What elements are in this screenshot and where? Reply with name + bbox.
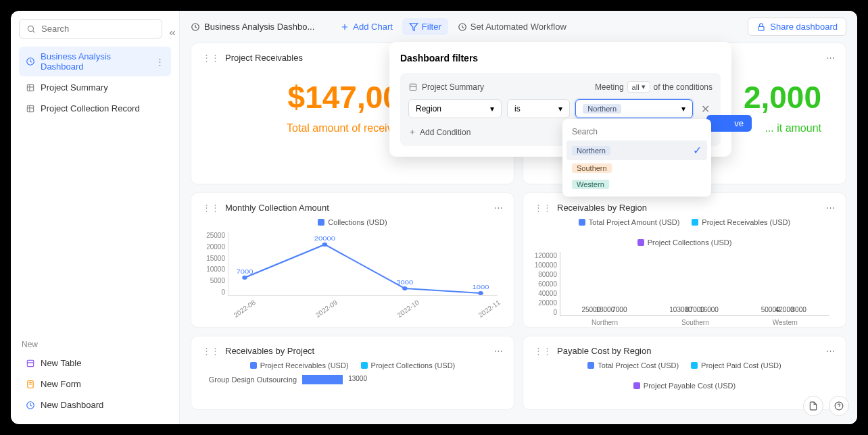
filter-field-select[interactable]: Region ▾	[408, 99, 502, 118]
chevron-down-icon: ▾	[490, 104, 494, 113]
share-label: Share dashboard	[770, 22, 838, 32]
drag-handle-icon[interactable]: ⋮⋮	[202, 203, 220, 213]
sidebar-item-label: Project Summary	[41, 82, 108, 93]
card-title: Project Receivables	[225, 53, 303, 63]
legend-item: Project Collections (USD)	[361, 361, 456, 369]
hbar-row: Group Design Outsourcing 13000	[202, 375, 503, 384]
line-chart-svg: 7000 20000 3000 1000	[228, 232, 498, 296]
legend-item: Collections (USD)	[318, 218, 387, 226]
drag-handle-icon[interactable]: ⋮⋮	[202, 53, 220, 63]
legend-label: Total Project Cost (USD)	[598, 361, 679, 369]
workflow-icon	[458, 22, 467, 32]
filter-value-dropdown: Northern ✓ Southern Western	[562, 119, 711, 197]
legend-label: Project Payable Cost (USD)	[644, 382, 736, 390]
filter-title: Dashboard filters	[400, 53, 721, 63]
svg-text:3000: 3000	[396, 279, 413, 286]
help-fab[interactable]	[829, 396, 849, 416]
filter-value-select[interactable]: Northern ▾	[575, 99, 693, 118]
chevron-double-left-icon	[168, 28, 177, 38]
sidebar-item-project-summary[interactable]: Project Summary	[19, 78, 171, 97]
page-title-text: Business Analysis Dashbo...	[204, 22, 314, 32]
new-section-label: New	[22, 340, 171, 349]
more-icon[interactable]: ⋮	[155, 57, 164, 67]
new-table-button[interactable]: New Table	[19, 353, 171, 373]
plus-icon	[340, 22, 349, 32]
filter-button[interactable]: Filter	[402, 18, 448, 35]
card-receivables-region: ⋮⋮ Receivables by Region ⋯ Total Project…	[523, 193, 846, 328]
y-axis: 2500020000150001000050000	[202, 232, 225, 296]
hbar: 13000	[302, 375, 343, 384]
dropdown-search-input[interactable]	[566, 123, 707, 140]
legend-item: Total Project Amount (USD)	[579, 218, 680, 226]
clock-icon	[26, 57, 35, 66]
collapse-sidebar-button[interactable]	[168, 25, 177, 41]
share-button[interactable]: Share dashboard	[748, 18, 846, 36]
filter-operator-select[interactable]: is ▾	[507, 99, 570, 118]
check-icon: ✓	[693, 144, 702, 157]
search-box[interactable]	[19, 19, 162, 39]
workflow-button[interactable]: Set Automated Workflow	[451, 18, 573, 35]
svg-rect-20	[758, 26, 764, 30]
card-more-button[interactable]: ⋯	[826, 203, 835, 213]
drag-handle-icon[interactable]: ⋮⋮	[202, 346, 220, 356]
filter-icon	[409, 22, 418, 32]
add-chart-button[interactable]: Add Chart	[333, 18, 400, 35]
card-more-button[interactable]: ⋯	[494, 203, 503, 213]
document-fab[interactable]	[803, 396, 823, 416]
card-title: Receivables by Region	[557, 203, 647, 213]
chevron-down-icon: ▾	[558, 104, 562, 113]
card-more-button[interactable]: ⋯	[826, 346, 835, 356]
save-button[interactable]: Saveve	[706, 115, 752, 132]
svg-rect-6	[27, 105, 33, 111]
dropdown-option-northern[interactable]: Northern ✓	[566, 140, 707, 160]
table-icon	[26, 83, 35, 93]
sidebar-item-collection-record[interactable]: Project Collection Record	[19, 99, 171, 118]
bar-chart: 120000100000800006000040000200000 25000 …	[560, 252, 829, 316]
new-dashboard-button[interactable]: New Dashboard	[19, 395, 171, 415]
plus-icon: ＋	[408, 126, 416, 138]
filter-all-dropdown[interactable]: all ▾	[627, 81, 650, 93]
legend-item: Project Paid Cost (USD)	[691, 361, 781, 369]
sidebar-item-label: Project Collection Record	[41, 103, 140, 113]
card-payable-region: ⋮⋮ Payable Cost by Region ⋯ Total Projec…	[523, 336, 846, 410]
card-header: ⋮⋮ Payable Cost by Region ⋯	[534, 346, 835, 356]
new-item-label: New Form	[41, 379, 81, 389]
legend-label: Collections (USD)	[328, 218, 387, 226]
filter-meta: Project Summary Meeting all ▾ of the con…	[408, 81, 713, 93]
app-root: Business Analysis Dashboard ⋮ Project Su…	[11, 11, 857, 424]
legend-item: Total Project Cost (USD)	[587, 361, 679, 369]
lock-icon	[756, 22, 766, 32]
chart-legend: Collections (USD)	[202, 218, 503, 226]
y-axis: 120000100000800006000040000200000	[534, 252, 557, 316]
form-icon	[26, 380, 35, 389]
svg-marker-18	[410, 23, 418, 30]
sidebar-item-label: Business Analysis Dashboard	[41, 51, 150, 72]
svg-point-25	[402, 286, 407, 290]
card-more-button[interactable]: ⋯	[494, 346, 503, 356]
option-label: Northern	[572, 146, 610, 155]
card-header: ⋮⋮ Receivables by Region ⋯	[534, 203, 835, 213]
add-condition-label: Add Condition	[420, 128, 471, 137]
card-more-button[interactable]: ⋯	[826, 53, 835, 63]
dropdown-option-southern[interactable]: Southern	[566, 160, 707, 176]
search-icon	[26, 24, 36, 34]
legend-item: Project Receivables (USD)	[692, 218, 790, 226]
legend-label: Project Receivables (USD)	[702, 218, 790, 226]
drag-handle-icon[interactable]: ⋮⋮	[534, 346, 552, 356]
new-item-label: New Dashboard	[41, 400, 103, 410]
search-input[interactable]	[41, 24, 155, 34]
add-chart-label: Add Chart	[353, 22, 393, 32]
chevron-down-icon: ▾	[681, 104, 685, 113]
card-receivables-project: ⋮⋮ Receivables by Project ⋯ Project Rece…	[191, 336, 514, 410]
svg-text:1000: 1000	[473, 284, 489, 290]
new-item-label: New Table	[41, 358, 81, 368]
new-form-button[interactable]: New Form	[19, 374, 171, 394]
filter-condition-row: Region ▾ is ▾ Northern ▾ ✕	[408, 99, 713, 118]
dropdown-option-western[interactable]: Western	[566, 176, 707, 193]
line-chart: 2500020000150001000050000 7000 20000 300…	[228, 232, 498, 296]
sidebar-item-dashboard[interactable]: Business Analysis Dashboard ⋮	[19, 47, 171, 76]
legend-label: Project Paid Cost (USD)	[701, 361, 781, 369]
table-icon	[26, 104, 35, 113]
chart-legend: Project Receivables (USD) Project Collec…	[202, 361, 503, 369]
drag-handle-icon[interactable]: ⋮⋮	[534, 203, 552, 213]
